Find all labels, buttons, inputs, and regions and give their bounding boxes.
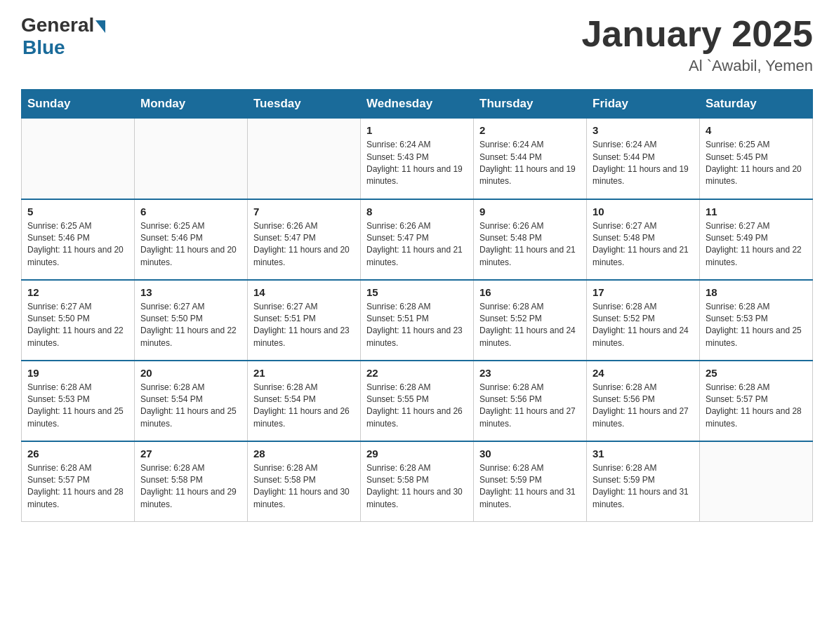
day-number: 23	[479, 367, 581, 379]
day-info: Sunrise: 6:27 AM Sunset: 5:51 PM Dayligh…	[253, 301, 355, 350]
day-number: 7	[253, 206, 355, 217]
day-number: 25	[706, 367, 807, 379]
day-number: 13	[140, 286, 241, 298]
week-row-4: 19Sunrise: 6:28 AM Sunset: 5:53 PM Dayli…	[22, 361, 813, 441]
calendar-cell	[248, 119, 361, 199]
calendar-cell: 30Sunrise: 6:28 AM Sunset: 5:59 PM Dayli…	[474, 441, 587, 522]
day-info: Sunrise: 6:26 AM Sunset: 5:47 PM Dayligh…	[366, 220, 468, 269]
calendar-cell: 31Sunrise: 6:28 AM Sunset: 5:59 PM Dayli…	[587, 441, 700, 522]
calendar-table: SundayMondayTuesdayWednesdayThursdayFrid…	[21, 89, 813, 522]
week-row-2: 5Sunrise: 6:25 AM Sunset: 5:46 PM Daylig…	[22, 199, 813, 280]
calendar-cell	[22, 119, 135, 199]
day-number: 26	[27, 448, 128, 459]
day-info: Sunrise: 6:26 AM Sunset: 5:48 PM Dayligh…	[479, 220, 581, 269]
calendar-cell: 9Sunrise: 6:26 AM Sunset: 5:48 PM Daylig…	[474, 199, 587, 280]
day-info: Sunrise: 6:28 AM Sunset: 5:54 PM Dayligh…	[253, 382, 355, 431]
day-number: 1	[366, 124, 468, 136]
day-number: 2	[479, 124, 581, 136]
day-number: 18	[706, 286, 807, 298]
logo-blue-text: Blue	[22, 36, 65, 59]
day-number: 3	[593, 124, 694, 136]
calendar-cell	[135, 119, 248, 199]
day-number: 10	[593, 206, 694, 217]
calendar-cell: 12Sunrise: 6:27 AM Sunset: 5:50 PM Dayli…	[22, 280, 135, 361]
day-number: 22	[366, 367, 468, 379]
day-info: Sunrise: 6:28 AM Sunset: 5:57 PM Dayligh…	[27, 462, 128, 511]
day-number: 27	[140, 448, 241, 459]
day-info: Sunrise: 6:28 AM Sunset: 5:58 PM Dayligh…	[366, 462, 468, 511]
logo-general-text: General	[21, 14, 94, 36]
day-number: 8	[366, 206, 468, 217]
day-info: Sunrise: 6:28 AM Sunset: 5:59 PM Dayligh…	[479, 462, 581, 511]
day-number: 6	[140, 206, 241, 217]
calendar-cell: 3Sunrise: 6:24 AM Sunset: 5:44 PM Daylig…	[587, 119, 700, 199]
day-info: Sunrise: 6:27 AM Sunset: 5:48 PM Dayligh…	[593, 220, 694, 269]
calendar-cell: 26Sunrise: 6:28 AM Sunset: 5:57 PM Dayli…	[22, 441, 135, 522]
day-info: Sunrise: 6:28 AM Sunset: 5:57 PM Dayligh…	[706, 382, 807, 431]
calendar-cell: 2Sunrise: 6:24 AM Sunset: 5:44 PM Daylig…	[474, 119, 587, 199]
day-number: 16	[479, 286, 581, 298]
calendar-cell: 22Sunrise: 6:28 AM Sunset: 5:55 PM Dayli…	[361, 361, 474, 441]
week-row-5: 26Sunrise: 6:28 AM Sunset: 5:57 PM Dayli…	[22, 441, 813, 522]
logo-triangle-icon	[95, 20, 105, 33]
col-header-wednesday: Wednesday	[361, 90, 474, 119]
day-info: Sunrise: 6:24 AM Sunset: 5:44 PM Dayligh…	[593, 139, 694, 188]
day-number: 14	[253, 286, 355, 298]
calendar-cell: 4Sunrise: 6:25 AM Sunset: 5:45 PM Daylig…	[700, 119, 813, 199]
day-info: Sunrise: 6:28 AM Sunset: 5:58 PM Dayligh…	[253, 462, 355, 511]
calendar-cell: 10Sunrise: 6:27 AM Sunset: 5:48 PM Dayli…	[587, 199, 700, 280]
day-number: 15	[366, 286, 468, 298]
day-info: Sunrise: 6:27 AM Sunset: 5:50 PM Dayligh…	[27, 301, 128, 350]
day-number: 19	[27, 367, 128, 379]
day-number: 24	[593, 367, 694, 379]
day-info: Sunrise: 6:25 AM Sunset: 5:46 PM Dayligh…	[140, 220, 241, 269]
calendar-cell: 25Sunrise: 6:28 AM Sunset: 5:57 PM Dayli…	[700, 361, 813, 441]
calendar-cell: 18Sunrise: 6:28 AM Sunset: 5:53 PM Dayli…	[700, 280, 813, 361]
calendar-cell: 21Sunrise: 6:28 AM Sunset: 5:54 PM Dayli…	[248, 361, 361, 441]
col-header-thursday: Thursday	[474, 90, 587, 119]
col-header-friday: Friday	[587, 90, 700, 119]
calendar-cell	[700, 441, 813, 522]
day-info: Sunrise: 6:27 AM Sunset: 5:50 PM Dayligh…	[140, 301, 241, 350]
day-info: Sunrise: 6:28 AM Sunset: 5:55 PM Dayligh…	[366, 382, 468, 431]
calendar-cell: 15Sunrise: 6:28 AM Sunset: 5:51 PM Dayli…	[361, 280, 474, 361]
calendar-cell: 7Sunrise: 6:26 AM Sunset: 5:47 PM Daylig…	[248, 199, 361, 280]
col-header-tuesday: Tuesday	[248, 90, 361, 119]
page-header: General Blue January 2025 Al `Awabil, Ye…	[21, 14, 813, 75]
day-number: 29	[366, 448, 468, 459]
day-info: Sunrise: 6:28 AM Sunset: 5:58 PM Dayligh…	[140, 462, 241, 511]
calendar-cell: 24Sunrise: 6:28 AM Sunset: 5:56 PM Dayli…	[587, 361, 700, 441]
location-title: Al `Awabil, Yemen	[581, 57, 813, 75]
calendar-cell: 5Sunrise: 6:25 AM Sunset: 5:46 PM Daylig…	[22, 199, 135, 280]
col-header-sunday: Sunday	[22, 90, 135, 119]
calendar-cell: 17Sunrise: 6:28 AM Sunset: 5:52 PM Dayli…	[587, 280, 700, 361]
day-info: Sunrise: 6:28 AM Sunset: 5:52 PM Dayligh…	[479, 301, 581, 350]
day-info: Sunrise: 6:25 AM Sunset: 5:45 PM Dayligh…	[706, 139, 807, 188]
day-info: Sunrise: 6:28 AM Sunset: 5:52 PM Dayligh…	[593, 301, 694, 350]
day-info: Sunrise: 6:25 AM Sunset: 5:46 PM Dayligh…	[27, 220, 128, 269]
col-header-saturday: Saturday	[700, 90, 813, 119]
day-number: 9	[479, 206, 581, 217]
day-info: Sunrise: 6:28 AM Sunset: 5:56 PM Dayligh…	[479, 382, 581, 431]
day-info: Sunrise: 6:28 AM Sunset: 5:53 PM Dayligh…	[706, 301, 807, 350]
day-number: 17	[593, 286, 694, 298]
day-info: Sunrise: 6:28 AM Sunset: 5:59 PM Dayligh…	[593, 462, 694, 511]
day-number: 12	[27, 286, 128, 298]
calendar-cell: 6Sunrise: 6:25 AM Sunset: 5:46 PM Daylig…	[135, 199, 248, 280]
calendar-cell: 28Sunrise: 6:28 AM Sunset: 5:58 PM Dayli…	[248, 441, 361, 522]
calendar-cell: 13Sunrise: 6:27 AM Sunset: 5:50 PM Dayli…	[135, 280, 248, 361]
month-title: January 2025	[581, 14, 813, 54]
calendar-cell: 27Sunrise: 6:28 AM Sunset: 5:58 PM Dayli…	[135, 441, 248, 522]
day-info: Sunrise: 6:24 AM Sunset: 5:43 PM Dayligh…	[366, 139, 468, 188]
week-row-1: 1Sunrise: 6:24 AM Sunset: 5:43 PM Daylig…	[22, 119, 813, 199]
calendar-cell: 29Sunrise: 6:28 AM Sunset: 5:58 PM Dayli…	[361, 441, 474, 522]
calendar-cell: 20Sunrise: 6:28 AM Sunset: 5:54 PM Dayli…	[135, 361, 248, 441]
day-number: 20	[140, 367, 241, 379]
day-number: 21	[253, 367, 355, 379]
week-row-3: 12Sunrise: 6:27 AM Sunset: 5:50 PM Dayli…	[22, 280, 813, 361]
calendar-cell: 14Sunrise: 6:27 AM Sunset: 5:51 PM Dayli…	[248, 280, 361, 361]
calendar-cell: 16Sunrise: 6:28 AM Sunset: 5:52 PM Dayli…	[474, 280, 587, 361]
col-header-monday: Monday	[135, 90, 248, 119]
day-info: Sunrise: 6:28 AM Sunset: 5:53 PM Dayligh…	[27, 382, 128, 431]
day-info: Sunrise: 6:27 AM Sunset: 5:49 PM Dayligh…	[706, 220, 807, 269]
